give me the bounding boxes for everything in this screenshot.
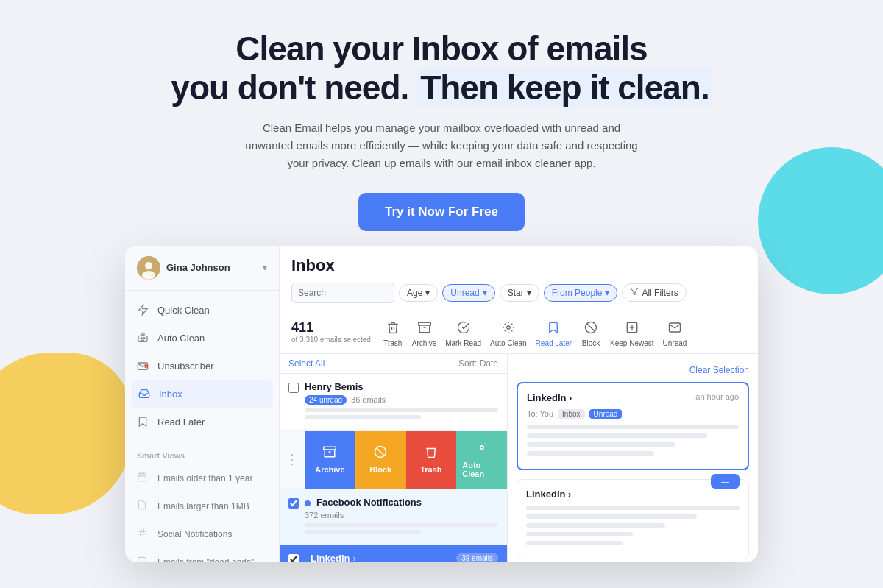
filter-bar: Age ▾ Unread ▾ Star ▾ From People ▾ [291, 283, 746, 303]
overlay-block-btn[interactable]: Block [355, 431, 406, 489]
cta-button[interactable]: Try it Now For Free [358, 193, 525, 231]
chevron-down-icon: ▾ [483, 288, 487, 298]
filter-from-people[interactable]: From People ▾ [544, 284, 618, 302]
clear-selection-link[interactable]: Clear Selection [689, 365, 749, 375]
email-preview-line2 [305, 415, 421, 419]
detail-email-2[interactable]: LinkedIn › — [517, 479, 749, 559]
block-icon [581, 317, 601, 338]
sidebar-header: Gina Johnson ▾ [125, 246, 279, 291]
email-row-linkedin-expanded[interactable]: LinkedIn › 39 emails Unsubscribe › [280, 545, 507, 562]
sidebar-item-dead-ends[interactable]: Emails from "dead ends" [125, 548, 279, 562]
unread-button[interactable]: Unread [663, 317, 687, 347]
sidebar-nav: Quick Clean Auto Clean [125, 291, 279, 442]
email-info-facebook: Facebook Notifications 372 emails [305, 497, 498, 537]
svg-point-1 [145, 262, 152, 269]
chevron-down-icon[interactable]: ▾ [263, 263, 267, 273]
sidebar-item-older-than-1yr[interactable]: Emails older than 1 year [125, 464, 279, 492]
detail-email-1[interactable]: LinkedIn › an hour ago To: You Inbox Unr… [517, 382, 749, 470]
detail-body-lines-2 [526, 506, 740, 545]
email-row-henry[interactable]: Henry Bemis 24 unread 36 emails [280, 374, 507, 431]
sidebar: Gina Johnson ▾ Quick Clean [125, 246, 280, 562]
detail-action-button[interactable]: — [711, 474, 740, 489]
overlay-trash-icon [425, 445, 438, 462]
block-button[interactable]: Block [581, 317, 601, 347]
filter-star[interactable]: Star ▾ [500, 284, 539, 302]
inbox-title: Inbox [291, 256, 746, 275]
sidebar-item-unsubscriber[interactable]: Unsubscriber [125, 353, 279, 380]
svg-point-2 [142, 271, 155, 280]
sidebar-item-inbox[interactable]: Inbox [131, 380, 273, 408]
overlay-archive-icon [323, 445, 336, 462]
archive-button[interactable]: Archive [412, 317, 436, 347]
email-checkbox-henry[interactable] [288, 383, 299, 393]
sidebar-item-social[interactable]: Social Notifications [125, 520, 279, 548]
svg-marker-24 [631, 288, 638, 295]
svg-point-7 [141, 337, 142, 339]
action-buttons: Trash Archive [383, 317, 687, 347]
hero-title: Clean your Inbox of emails you don't nee… [15, 29, 868, 107]
main-content: Inbox Age ▾ Unread ▾ Star ▾ From People … [280, 246, 758, 562]
svg-rect-5 [141, 333, 144, 335]
overlay-autoclean-icon [475, 441, 489, 458]
svg-rect-25 [418, 322, 430, 325]
email-meta-henry: 24 unread 36 emails [305, 395, 498, 405]
dead-end-icon [137, 556, 150, 562]
fb-preview-line2 [305, 530, 421, 534]
svg-line-36 [377, 447, 385, 456]
select-all-link[interactable]: Select All [288, 358, 325, 369]
fb-preview-line1 [305, 523, 498, 527]
read-later-button[interactable]: Read Later [536, 317, 572, 347]
svg-rect-13 [138, 473, 146, 481]
linkedin-sender: LinkedIn [311, 553, 350, 562]
email-row-facebook[interactable]: Facebook Notifications 372 emails [280, 489, 507, 545]
inbox-header: Inbox Age ▾ Unread ▾ Star ▾ From People … [280, 246, 758, 311]
svg-line-20 [143, 529, 143, 537]
overlay-autoclean-btn[interactable]: Auto Clean [456, 431, 507, 489]
detail-to-1: To: You Inbox Unread [527, 409, 739, 419]
sidebar-item-auto-clean[interactable]: Auto Clean [125, 325, 279, 353]
email-info-henry: Henry Bemis 24 unread 36 emails [305, 381, 498, 422]
trash-button[interactable]: Trash [383, 317, 403, 347]
archive-icon [414, 317, 435, 338]
search-input[interactable] [291, 283, 394, 303]
email-checkbox-facebook[interactable] [288, 498, 299, 509]
dots-menu-icon[interactable]: ⋮ [286, 451, 299, 467]
keep-newest-button[interactable]: Keep Newest [610, 317, 653, 347]
email-count: 411 of 3,310 emails selected [291, 320, 371, 344]
email-checkbox-linkedin[interactable] [288, 554, 299, 562]
file-icon [137, 500, 150, 513]
detail-body-lines [527, 425, 739, 456]
svg-marker-3 [138, 305, 147, 314]
svg-rect-21 [138, 557, 146, 562]
filter-icon [630, 287, 639, 298]
svg-point-27 [507, 326, 511, 330]
filter-age[interactable]: Age ▾ [399, 284, 438, 302]
overlay-archive-btn[interactable]: Archive [305, 431, 355, 489]
smart-views-label: Smart Views [125, 442, 279, 464]
svg-point-37 [480, 446, 483, 450]
robot-icon [137, 332, 150, 345]
unsubscribe-icon [137, 360, 150, 373]
sidebar-item-larger-1mb[interactable]: Emails larger than 1MB [125, 492, 279, 520]
fb-email-count: 372 emails [305, 511, 498, 520]
calendar-icon [137, 472, 150, 485]
linkedin-chevron: › [352, 553, 355, 562]
email-row-action-overlay: ⋮ Archive [280, 431, 507, 489]
hero-section: Clean your Inbox of emails you don't nee… [0, 0, 883, 246]
filter-unread[interactable]: Unread ▾ [442, 284, 494, 302]
count-label: of 3,310 emails selected [291, 336, 371, 344]
svg-rect-4 [138, 336, 147, 341]
keep-newest-icon [622, 317, 642, 338]
sidebar-item-read-later[interactable]: Read Later [125, 408, 279, 436]
overlay-trash-btn[interactable]: Trash [406, 431, 457, 489]
app-mockup: Gina Johnson ▾ Quick Clean [125, 246, 758, 562]
filter-all[interactable]: All Filters [622, 283, 686, 302]
overlay-block-icon [374, 445, 387, 462]
mark-read-button[interactable]: Mark Read [445, 317, 481, 347]
svg-point-8 [143, 337, 145, 339]
auto-clean-button[interactable]: Auto Clean [490, 317, 526, 347]
email-list: Select All Sort: Date Henry Bemis 24 unr… [280, 354, 508, 562]
read-later-icon [543, 317, 564, 338]
sort-label[interactable]: Sort: Date [458, 358, 498, 369]
sidebar-item-quick-clean[interactable]: Quick Clean [125, 297, 279, 325]
